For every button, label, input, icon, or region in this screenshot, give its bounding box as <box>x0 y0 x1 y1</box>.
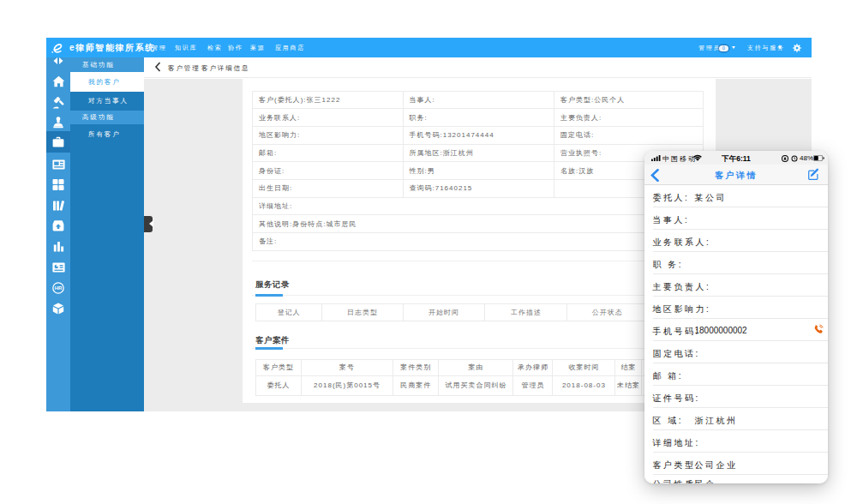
svg-text:HR: HR <box>55 285 63 291</box>
